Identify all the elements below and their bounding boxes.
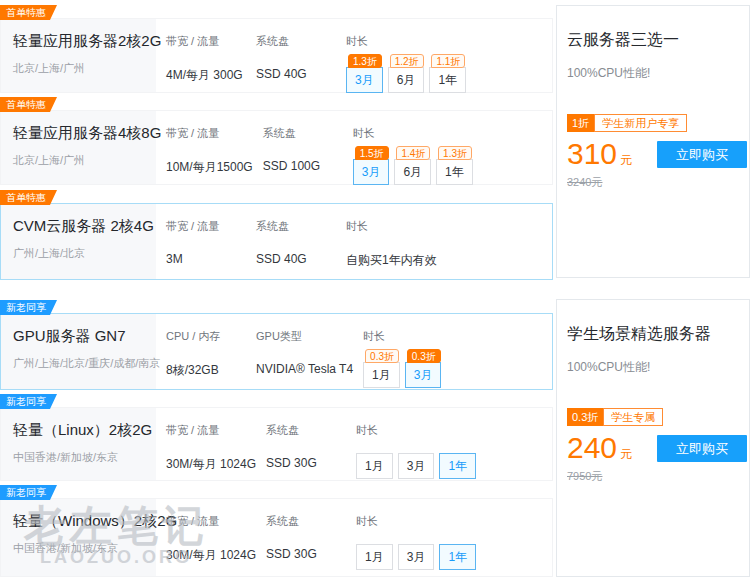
spec-bandwidth: 带宽 / 流量 3M	[166, 204, 246, 279]
duration-option-6m[interactable]: 6月	[388, 67, 425, 93]
spec-bandwidth: 带宽 / 流量 4M/每月 300G	[166, 19, 246, 92]
product-title: 轻量应用服务器4核8G	[13, 124, 152, 143]
product-row-gpu-gn7: 新老同享 GPU服务器 GN7 广州/上海/北京/重庆/成都/南京 CPU / …	[0, 300, 553, 390]
offer-subtitle: 100%CPU性能!	[567, 65, 749, 82]
discount-badge: 1.4折	[396, 146, 430, 160]
product-title: 轻量应用服务器2核2G	[13, 32, 152, 51]
duration-option-1m[interactable]: 1月	[363, 362, 400, 388]
offer-discount-badge: 0.3折 学生专属	[567, 408, 663, 426]
product-row-lighthouse-windows: 新老同享 轻量（Windows）2核2G 中国香港/新加坡/东京 带宽 / 流量…	[0, 485, 553, 577]
product-row-cvm-2c4g: 首单特惠 CVM云服务器 2核4G 广州/上海/北京 带宽 / 流量 3M 系统…	[0, 190, 553, 280]
product-card[interactable]: 轻量应用服务器4核8G 北京/上海/广州 带宽 / 流量 10M/每月1500G…	[0, 110, 553, 185]
product-row-lighthouse-2c2g: 首单特惠 轻量应用服务器2核2G 北京/上海/广州 带宽 / 流量 4M/每月 …	[0, 5, 553, 93]
promo-badge: 新老同享	[0, 300, 57, 315]
duration-option-1y[interactable]: 1年	[439, 544, 476, 570]
spec-disk: 系统盘 SSD 30G	[266, 499, 346, 576]
original-price: 7950元	[567, 469, 749, 484]
duration-selector: 时长 1.3折 3月 1.2折 6月 1.1折 1年	[346, 19, 552, 92]
spec-bandwidth: 带宽 / 流量 30M/每月 1024G	[166, 408, 256, 480]
product-region: 广州/上海/北京	[13, 246, 152, 261]
product-title: 轻量（Linux）2核2G	[13, 421, 152, 440]
promo-badge: 首单特惠	[0, 97, 57, 112]
spec-disk: 系统盘 SSD 40G	[256, 19, 336, 92]
promo-badge: 新老同享	[0, 485, 57, 500]
product-summary: 轻量应用服务器2核2G 北京/上海/广州	[1, 19, 156, 92]
product-row-lighthouse-linux: 新老同享 轻量（Linux）2核2G 中国香港/新加坡/东京 带宽 / 流量 3…	[0, 394, 553, 481]
promo-badge: 新老同享	[0, 394, 57, 409]
product-summary: 轻量（Windows）2核2G 中国香港/新加坡/东京	[1, 499, 156, 576]
spec-bandwidth: 带宽 / 流量 30M/每月 1024G	[166, 499, 256, 576]
product-title: 轻量（Windows）2核2G	[13, 512, 152, 531]
price: 310 元	[567, 137, 632, 171]
promo-badge: 首单特惠	[0, 190, 57, 205]
duration-option-1y[interactable]: 1年	[439, 453, 476, 479]
offer-discount-badge: 1折 学生新用户专享	[567, 114, 687, 132]
offer-title: 学生场景精选服务器	[567, 324, 749, 345]
product-card[interactable]: 轻量应用服务器2核2G 北京/上海/广州 带宽 / 流量 4M/每月 300G …	[0, 18, 553, 93]
product-summary: CVM云服务器 2核4G 广州/上海/北京	[1, 204, 156, 279]
buy-now-button[interactable]: 立即购买	[657, 141, 747, 168]
discount-rate: 0.3折	[567, 408, 603, 426]
product-card[interactable]: 轻量（Windows）2核2G 中国香港/新加坡/东京 带宽 / 流量 30M/…	[0, 498, 553, 577]
duration-option-1y[interactable]: 1年	[436, 159, 473, 185]
discount-badge: 1.1折	[431, 54, 465, 68]
product-row-lighthouse-4c8g: 首单特惠 轻量应用服务器4核8G 北京/上海/广州 带宽 / 流量 10M/每月…	[0, 97, 553, 185]
duration-selector: 时长 1.5折 3月 1.4折 6月 1.3折 1年	[353, 111, 552, 184]
duration-option-1y[interactable]: 1年	[429, 67, 466, 93]
duration-selector: 时长 1月 3月 1年	[356, 499, 552, 576]
offer-card-student-server: 学生场景精选服务器 100%CPU性能! 0.3折 学生专属 240 元 立即购…	[556, 299, 750, 577]
product-region: 中国香港/新加坡/东京	[13, 450, 152, 465]
offers-column: 云服务器三选一 100%CPU性能! 1折 学生新用户专享 310 元 立即购买…	[556, 0, 750, 577]
product-card[interactable]: 轻量（Linux）2核2G 中国香港/新加坡/东京 带宽 / 流量 30M/每月…	[0, 407, 553, 481]
duration-option-1m[interactable]: 1月	[356, 544, 393, 570]
discount-badge: 1.2折	[390, 54, 424, 68]
duration-option-3m[interactable]: 3月	[405, 362, 442, 388]
original-price: 3240元	[567, 175, 749, 190]
spec-cpu-memory: CPU / 内存 8核/32GB	[166, 314, 246, 389]
spec-disk: 系统盘 SSD 100G	[263, 111, 343, 184]
duration-option-3m[interactable]: 3月	[346, 67, 383, 93]
product-summary: 轻量（Linux）2核2G 中国香港/新加坡/东京	[1, 408, 156, 480]
discount-badge: 1.3折	[438, 146, 472, 160]
offer-subtitle: 100%CPU性能!	[567, 359, 749, 376]
duration-option-3m[interactable]: 3月	[353, 159, 390, 185]
duration-option-1m[interactable]: 1月	[356, 453, 393, 479]
discount-badge: 0.3折	[365, 349, 399, 363]
duration-selector: 时长 1月 3月 1年	[356, 408, 552, 480]
product-summary: GPU服务器 GN7 广州/上海/北京/重庆/成都/南京	[1, 314, 156, 389]
price: 240 元	[567, 431, 632, 465]
discount-note: 学生专属	[603, 408, 663, 426]
spec-disk: 系统盘 SSD 30G	[266, 408, 346, 480]
product-summary: 轻量应用服务器4核8G 北京/上海/广州	[1, 111, 156, 184]
spec-bandwidth: 带宽 / 流量 10M/每月1500G	[166, 111, 253, 184]
duration-selector: 时长 0.3折 1月 0.3折 3月	[363, 314, 552, 389]
product-title: CVM云服务器 2核4G	[13, 217, 152, 236]
buy-now-button[interactable]: 立即购买	[657, 435, 747, 462]
discount-rate: 1折	[567, 114, 594, 132]
offer-title: 云服务器三选一	[567, 30, 749, 51]
product-card-selected[interactable]: GPU服务器 GN7 广州/上海/北京/重庆/成都/南京 CPU / 内存 8核…	[0, 313, 553, 390]
product-region: 北京/上海/广州	[13, 153, 152, 168]
spec-disk: 系统盘 SSD 40G	[256, 204, 336, 279]
spec-gpu-type: GPU类型 NVIDIA® Tesla T4	[256, 314, 353, 389]
duration-option-3m[interactable]: 3月	[398, 453, 435, 479]
discount-badge: 1.5折	[355, 146, 389, 160]
duration-option-3m[interactable]: 3月	[398, 544, 435, 570]
discount-note: 学生新用户专享	[594, 114, 687, 132]
product-card-selected[interactable]: CVM云服务器 2核4G 广州/上海/北京 带宽 / 流量 3M 系统盘 SSD…	[0, 203, 553, 280]
product-region: 北京/上海/广州	[13, 61, 152, 76]
discount-badge: 0.3折	[407, 349, 441, 363]
offer-card-cloud-server: 云服务器三选一 100%CPU性能! 1折 学生新用户专享 310 元 立即购买…	[556, 5, 750, 278]
product-title: GPU服务器 GN7	[13, 327, 152, 346]
promo-badge: 首单特惠	[0, 5, 57, 20]
product-region: 广州/上海/北京/重庆/成都/南京	[13, 356, 152, 371]
product-region: 中国香港/新加坡/东京	[13, 541, 152, 556]
discount-badge: 1.3折	[348, 54, 382, 68]
duration-info: 时长 自购买1年内有效	[346, 204, 552, 279]
duration-validity-text: 自购买1年内有效	[346, 252, 552, 269]
duration-option-6m[interactable]: 6月	[394, 159, 431, 185]
